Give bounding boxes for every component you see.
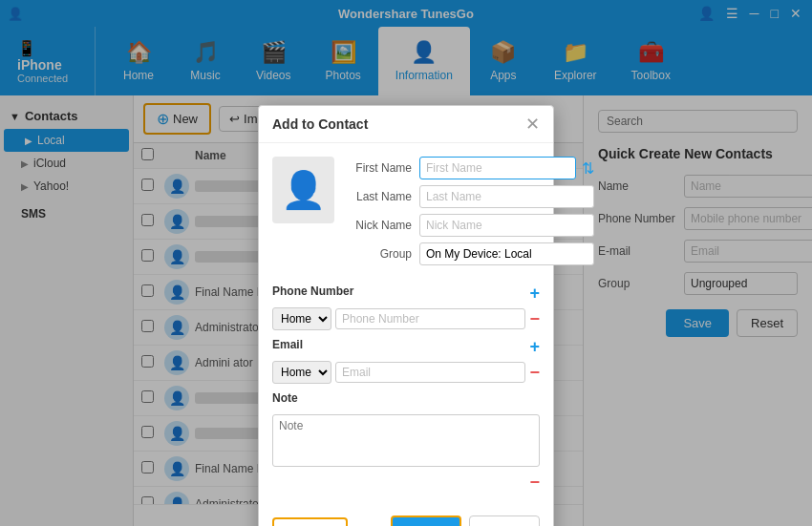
phone-number-input[interactable] <box>335 308 525 329</box>
note-textarea[interactable] <box>272 414 540 467</box>
modal-cancel-button[interactable]: Cancel <box>469 515 540 526</box>
modal-title: Add to Contact <box>272 116 368 132</box>
last-name-label: Last Name <box>348 190 419 203</box>
email-row: Home Work − <box>272 361 540 384</box>
phone-add-button[interactable]: + <box>529 284 540 304</box>
person-icon: 👤 <box>281 169 326 211</box>
group-row: Group On My Device: Local iCloud Yahoo! <box>348 242 594 265</box>
last-name-row: Last Name <box>348 185 594 208</box>
add-field-button[interactable]: Add Field <box>272 517 348 527</box>
email-section-label: Email <box>272 338 303 351</box>
email-section-header: Email + <box>272 336 540 357</box>
note-remove-button[interactable]: − <box>529 473 540 492</box>
modal-close-button[interactable]: ✕ <box>525 116 540 133</box>
email-remove-button[interactable]: − <box>529 363 540 383</box>
phone-row: Home Work Mobile − <box>272 307 540 330</box>
email-input[interactable] <box>335 362 525 383</box>
modal-action-buttons: Save Cancel <box>391 515 540 526</box>
modal-footer: Add Field Save Cancel <box>259 506 553 526</box>
first-name-label: First Name <box>348 161 419 175</box>
modal-header: Add to Contact ✕ <box>259 106 553 143</box>
note-section-header: Note <box>272 389 540 410</box>
sync-icon: ⇅ <box>582 159 594 178</box>
nick-name-input[interactable] <box>419 214 594 237</box>
modal-top-section: 👤 First Name ⇅ Last Name Nick Name <box>272 157 540 271</box>
contact-avatar-placeholder: 👤 <box>272 157 334 223</box>
email-add-button[interactable]: + <box>529 337 540 357</box>
name-fields: First Name ⇅ Last Name Nick Name Group <box>348 157 594 271</box>
nick-name-row: Nick Name <box>348 214 594 237</box>
phone-type-select[interactable]: Home Work Mobile <box>272 307 331 330</box>
phone-remove-button[interactable]: − <box>529 309 540 329</box>
last-name-input[interactable] <box>419 185 594 208</box>
group-select[interactable]: On My Device: Local iCloud Yahoo! <box>419 242 594 265</box>
first-name-input[interactable] <box>419 157 576 179</box>
phone-section-label: Phone Number <box>272 284 353 298</box>
first-name-row: First Name ⇅ <box>348 157 594 179</box>
modal-overlay: Add to Contact ✕ 👤 First Name ⇅ La <box>0 0 812 526</box>
email-type-select[interactable]: Home Work <box>272 361 331 384</box>
add-contact-modal: Add to Contact ✕ 👤 First Name ⇅ La <box>258 105 554 526</box>
nick-name-label: Nick Name <box>348 219 419 232</box>
modal-body: 👤 First Name ⇅ Last Name Nick Name <box>259 143 553 506</box>
group-label: Group <box>348 247 419 261</box>
phone-section-header: Phone Number + <box>272 283 540 304</box>
modal-save-button[interactable]: Save <box>391 515 461 526</box>
note-section-label: Note <box>272 391 298 405</box>
